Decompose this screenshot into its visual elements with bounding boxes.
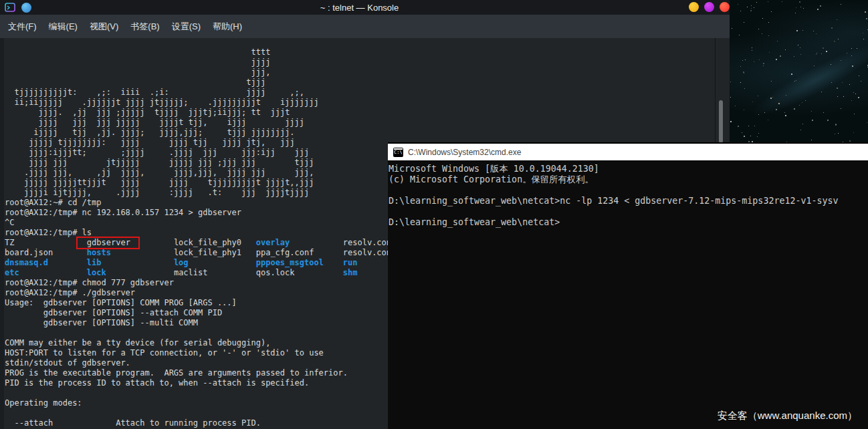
terminal-line: PROG is the executable program. ARGS are… [5,368,391,378]
terminal-line: ii;iijjjjj .jjjjjjt jjjj jtjjjjj; .jjjjj… [5,98,391,108]
terminal-line: jjjjj jjjjjttjjjt jjjj jjjj tjjjjjjjjjt … [5,178,391,188]
terminal-line: board.json hosts lock_file_phy1 ppa_cfg.… [5,248,391,258]
terminal-line: HOST:PORT to listen for a TCP connection… [5,348,391,358]
menu-item-view[interactable]: 视图(V) [84,15,124,38]
terminal-line: PID is the process ID to attach to, when… [5,378,391,388]
cmd-line [389,185,868,196]
terminal-line: etc lock maclist qos.lock shm [5,268,391,278]
cmd-terminal[interactable]: Microsoft Windows [版本 10.0.19044.2130](c… [388,160,868,228]
terminal-line: tttt [5,47,391,57]
terminal-line: gdbserver [OPTIONS] --multi COMM [5,318,391,328]
terminal-line: dnsmasq.d lib log pppoes_msgtool run [5,258,391,268]
terminal-line: root@AX12:/tmp# chmod 777 gdbserver [5,278,391,288]
watermark: 安全客（www.anquanke.com） [718,410,857,422]
highlight-box-gdbserver [76,237,140,249]
cmd-window: C:\Windows\System32\cmd.exe Microsoft Wi… [388,142,868,429]
terminal-line: TZ gdbserver lock_file_phy0 overlay reso… [5,238,391,248]
scrollbar-thumb[interactable] [719,100,723,143]
terminal-line: Usage: gdbserver [OPTIONS] COMM PROG [AR… [5,298,391,308]
cmd-line [389,206,868,217]
terminal-line: stdin/stdout of gdbserver. [5,358,391,368]
konsole-titlebar[interactable]: ~ : telnet — Konsole [0,0,730,15]
cmd-titlebar[interactable]: C:\Windows\System32\cmd.exe [388,144,868,160]
terminal-line: jjjj jjj jjj jjjjj jjjjt tjj, ijjj jjjj [5,118,391,128]
cmd-line: Microsoft Windows [版本 10.0.19044.2130] [389,164,868,174]
terminal-line: .jjjj jjj, ,jj jjjj, jjjj,jjj, jjjj jjj … [5,168,391,178]
terminal-line: Operating modes: [5,398,391,408]
terminal-line: root@AX12:~# cd /tmp [5,198,391,208]
cmd-line: D:\learning_softwear_web\netcat>nc -lp 1… [389,196,868,206]
terminal-line: tjjjjjjjjjjt: ,;: iiii .;i: jjjj ,;, [5,88,391,98]
terminal-line: jjjj [5,57,391,67]
maximize-button[interactable] [704,2,714,12]
close-button[interactable] [720,2,730,12]
cmd-line: (c) Microsoft Corporation。保留所有权利。 [389,174,868,185]
terminal-line: root@AX12:/tmp# nc 192.168.0.157 1234 > … [5,208,391,218]
konsole-menubar: 文件(F)编辑(E)视图(V)书签(B)设置(S)帮助(H) [0,15,730,38]
terminal-line: jjjjj tjjjjjjjj: jjjj jjjj tjj jjjj jtj,… [5,138,391,148]
cmd-title: C:\Windows\System32\cmd.exe [408,148,521,157]
terminal-line: ijjjj tjj ,jj. jjjj; jjjj,jjj; tjjj jjjj… [5,128,391,138]
menu-item-file[interactable]: 文件(F) [2,15,43,38]
terminal-line [5,388,391,398]
terminal-line [5,408,391,418]
terminal-line: root@AX12:/tmp# ./gdbserver [5,288,391,298]
terminal-line: jjjj jjj jtjjjjj jjjjj jjj ;jjj jjj tjjj [5,158,391,168]
menu-item-settings[interactable]: 设置(S) [166,15,207,38]
cmd-icon [393,148,403,157]
cmd-line: D:\learning_softwear_web\netcat> [389,217,868,228]
terminal-line: jjjj. ,jj jjj ;jjjjj tjjjj jjjtj;iijjj; … [5,108,391,118]
terminal-line: --attach Attach to running process PID. [5,418,391,428]
terminal-line: COMM may either be a tty device (for ser… [5,338,391,348]
terminal-left-edge [0,38,4,429]
menu-item-bookmarks[interactable]: 书签(B) [124,15,165,38]
minimize-button[interactable] [689,2,699,12]
window-title: ~ : telnet — Konsole [0,3,724,13]
terminal-line: root@AX12:/tmp# ls [5,228,391,238]
menu-item-edit[interactable]: 编辑(E) [43,15,84,38]
terminal-line: ^C [5,218,391,228]
terminal-line: gdbserver [OPTIONS] --attach COMM PID [5,308,391,318]
terminal-line: jjj, [5,67,391,78]
terminal-line [5,328,391,338]
terminal-line: tjjj [5,78,391,88]
terminal-line: jjjj:ijjjtt; ;jjjj .jjjj jjj jjj:ijj jjj [5,148,391,158]
terminal-line: jjjji ijtjjjj, .jjjj :jjjj .t: jjj jjjjt… [5,188,391,198]
terminal-output: tttt jjjj jjj, tjjj tjjjjjjjjjjt: ,;: ii… [5,47,391,428]
menu-item-help[interactable]: 帮助(H) [207,15,248,38]
